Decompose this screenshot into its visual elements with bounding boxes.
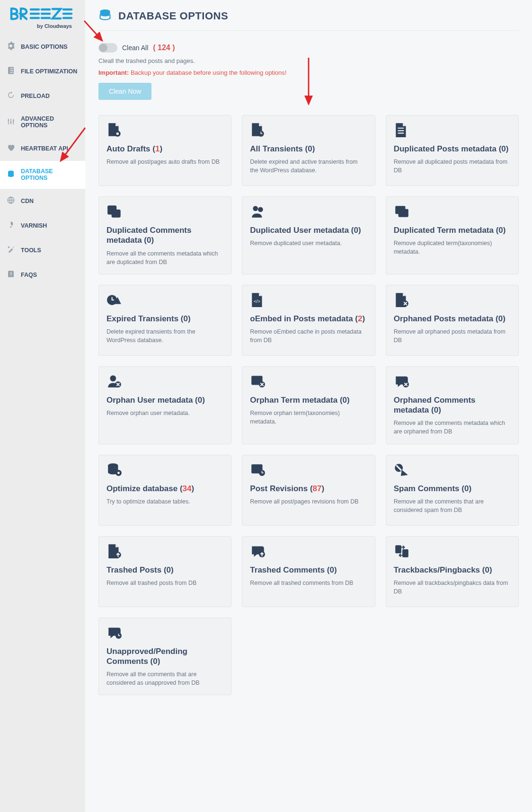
svg-rect-45 <box>402 549 408 557</box>
option-card-optimize[interactable]: Optimize database (34)Try to optimize da… <box>98 455 231 526</box>
database-icon <box>98 9 112 24</box>
term-x-icon <box>250 374 367 390</box>
sidebar-item-database[interactable]: DATABASE OPTIONS <box>0 161 85 189</box>
sidebar-item-label: VARNISH <box>21 222 47 229</box>
comment-up-icon <box>250 544 367 560</box>
option-card-dup-comments-meta[interactable]: Duplicated Comments metadata (0)Remove a… <box>98 196 231 274</box>
card-title: Duplicated User metadata (0) <box>250 225 367 235</box>
clean-all-toggle[interactable] <box>98 43 117 53</box>
user-x-icon <box>106 374 223 390</box>
sidebar-item-basic[interactable]: BASIC OPTIONS <box>0 35 85 59</box>
card-description: Remove all the comments that are conside… <box>106 670 223 687</box>
sidebar-item-label: PRELOAD <box>21 93 50 99</box>
option-card-dup-term-meta[interactable]: Duplicated Term metadata (0)Remove dupli… <box>386 196 519 274</box>
file-gear-icon <box>106 123 223 139</box>
spam-icon <box>394 463 511 479</box>
fileopt-icon <box>7 66 15 76</box>
sidebar-item-heartbeat[interactable]: HEARTBEAT API <box>0 136 85 161</box>
tools-icon <box>7 245 15 255</box>
sidebar-item-label: FAQS <box>21 272 37 278</box>
cdn-icon <box>7 196 15 206</box>
sidebar-item-varnish[interactable]: VARNISH <box>0 213 85 238</box>
option-card-alltransients[interactable]: All Transients (0)Delete expired and act… <box>242 115 375 186</box>
card-description: Remove all duplicated posts metadata fro… <box>394 158 511 175</box>
file-x-icon <box>394 293 511 309</box>
sidebar-item-faqs[interactable]: ?FAQS <box>0 263 85 287</box>
card-count: 0 <box>354 226 358 235</box>
comment-clock-icon <box>106 626 223 642</box>
card-title: Trashed Comments (0) <box>250 565 367 575</box>
sidebar-item-tools[interactable]: TOOLS <box>0 238 85 263</box>
card-count: 0 <box>198 396 202 405</box>
card-title: Auto Drafts (1) <box>106 144 223 154</box>
card-title: Duplicated Posts metadata (0) <box>394 144 511 154</box>
option-card-dup-user-meta[interactable]: Duplicated User metadata (0)Remove dupli… <box>242 196 375 274</box>
clean-all-count: ( 124 ) <box>153 44 175 52</box>
card-count: 0 <box>485 565 489 574</box>
svg-point-11 <box>10 122 12 123</box>
sidebar-item-label: ADVANCED OPTIONS <box>21 115 79 129</box>
option-card-spam[interactable]: Spam Comments (0)Remove all the comments… <box>386 455 519 526</box>
option-card-trackbacks[interactable]: Trackbacks/Pingbacks (0)Remove all track… <box>386 536 519 607</box>
card-description: Remove duplicated user metadata. <box>250 239 367 247</box>
option-card-trashed-comments[interactable]: Trashed Comments (0)Remove all trashed c… <box>242 536 375 607</box>
card-title: Unapproved/Pending Comments (0) <box>106 646 223 667</box>
heartbeat-icon <box>7 143 15 153</box>
advanced-icon <box>7 117 15 127</box>
card-count: 0 <box>464 484 469 493</box>
clean-now-button[interactable]: Clean Now <box>98 83 151 100</box>
option-card-orphan-term-meta[interactable]: Orphan Term metadata (0)Remove orphan te… <box>242 366 375 444</box>
sidebar-item-advanced[interactable]: ADVANCED OPTIONS <box>0 108 85 136</box>
card-count: 0 <box>184 314 188 323</box>
card-title: Optimize database (34) <box>106 484 223 494</box>
option-card-exp-transients[interactable]: Expired Transients (0)Delete expired tra… <box>98 285 231 356</box>
option-card-dup-posts-meta[interactable]: Duplicated Posts metadata (0)Remove all … <box>386 115 519 186</box>
sidebar-item-label: FILE OPTIMIZATION <box>21 68 77 75</box>
svg-point-12 <box>13 120 14 122</box>
card-description: Remove all post/pages auto drafts from D… <box>106 158 223 166</box>
card-title: Orphan Term metadata (0) <box>250 395 367 405</box>
nav: BASIC OPTIONSFILE OPTIMIZATIONPRELOADADV… <box>0 35 85 287</box>
card-title: Trackbacks/Pingbacks (0) <box>394 565 511 575</box>
card-count: 2 <box>358 314 362 323</box>
preload-icon <box>7 91 15 101</box>
trackback-icon <box>394 544 511 560</box>
sidebar-item-label: CDN <box>21 198 34 204</box>
user-dup-icon <box>250 204 367 221</box>
card-count: 34 <box>183 484 192 493</box>
card-count: 0 <box>167 565 171 574</box>
clean-all-warning: Important: Backup your database before u… <box>98 69 519 76</box>
svg-point-20 <box>116 132 119 135</box>
card-description: Try to optimize database tables. <box>106 497 223 506</box>
layers-icon <box>106 204 223 221</box>
option-card-oembed[interactable]: </>oEmbed in Posts metadata (2)Remove oE… <box>242 285 375 356</box>
svg-text:?: ? <box>9 272 12 276</box>
option-card-pending[interactable]: Unapproved/Pending Comments (0)Remove al… <box>98 618 231 696</box>
sidebar-item-preload[interactable]: PRELOAD <box>0 84 85 108</box>
card-title: Trashed Posts (0) <box>106 565 223 575</box>
card-count: 0 <box>329 565 334 574</box>
clean-all-row: Clean All ( 124 ) <box>98 43 519 53</box>
sidebar-item-cdn[interactable]: CDN <box>0 189 85 213</box>
svg-point-24 <box>253 206 258 211</box>
card-count: 0 <box>308 144 312 153</box>
sidebar-item-fileopt[interactable]: FILE OPTIMIZATION <box>0 59 85 84</box>
card-title: Orphaned Posts metadata (0) <box>394 314 511 324</box>
file-code-icon: </> <box>250 293 367 309</box>
file-lines-icon <box>394 123 511 139</box>
card-description: Remove orphan user metadata. <box>106 409 223 417</box>
card-description: Remove all the comments metadata which a… <box>106 249 223 266</box>
option-card-orphan-comments-meta[interactable]: Orphaned Comments metadata (0)Remove all… <box>386 366 519 444</box>
card-description: Remove all trackbacks/pingbakcs data fro… <box>394 579 511 596</box>
main: DATABASE OPTIONS Clean All ( 124 ) Cleal… <box>85 0 532 812</box>
option-card-orphan-posts-meta[interactable]: Orphaned Posts metadata (0)Remove all or… <box>386 285 519 356</box>
card-title: Orphan User metadata (0) <box>106 395 223 405</box>
option-card-orphan-user-meta[interactable]: Orphan User metadata (0)Remove orphan us… <box>98 366 231 444</box>
option-card-revisions[interactable]: Post Revisions (87)Remove all post/pages… <box>242 455 375 526</box>
option-card-autodrafts[interactable]: Auto Drafts (1)Remove all post/pages aut… <box>98 115 231 186</box>
page-header: DATABASE OPTIONS <box>98 9 519 31</box>
db-gear-icon <box>106 463 223 479</box>
option-card-trashed-posts[interactable]: Trashed Posts (0)Remove all trashed post… <box>98 536 231 607</box>
comment-x-icon <box>394 374 511 390</box>
clean-all-desc: Cleall the trashed posts and pages. <box>98 57 519 64</box>
